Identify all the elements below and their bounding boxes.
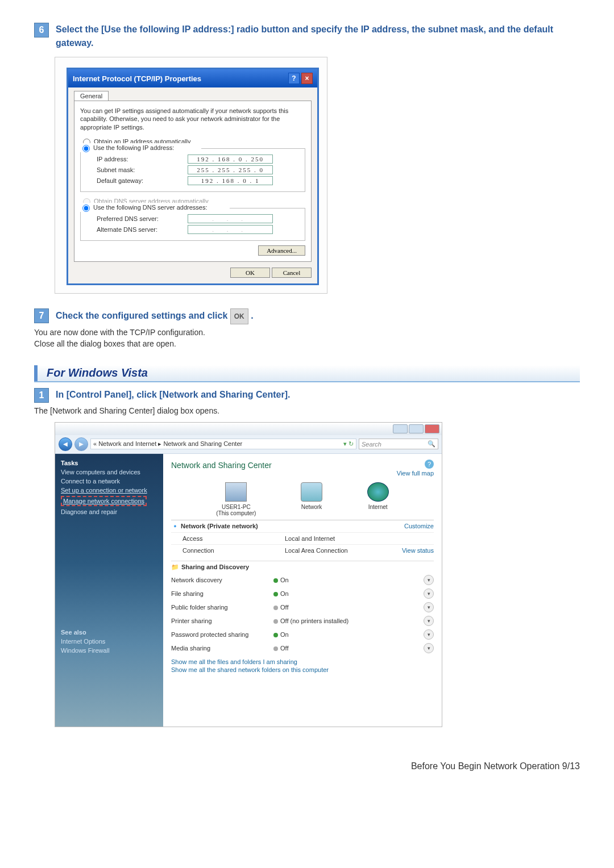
tasks-title: Tasks (61, 460, 157, 466)
network-name-label: 🔹 Network (Private network) (171, 523, 273, 530)
row-ps-label: Printer sharing (171, 617, 273, 624)
chevron-down-icon[interactable]: ▾ (424, 643, 434, 653)
chevron-down-icon[interactable]: ▾ (424, 575, 434, 585)
alt-dns-label: Alternate DNS server: (97, 226, 188, 233)
vista-main-panel: Network and Sharing Center ? View full m… (163, 454, 442, 727)
row-nd-label: Network discovery (171, 577, 273, 583)
status-dot-on-icon (273, 633, 278, 637)
step-6-text: Select the [Use the following IP address… (56, 23, 580, 50)
task-connect[interactable]: Connect to a network (61, 478, 157, 485)
row-pf-label: Public folder sharing (171, 604, 273, 611)
task-setup[interactable]: Set up a connection or network (61, 487, 157, 494)
view-status-link[interactable]: View status (402, 547, 434, 554)
back-icon[interactable]: ◄ (59, 437, 72, 451)
radio-use-dns-input[interactable] (82, 205, 90, 212)
radio-use-dns-label: Use the following DNS server addresses: (93, 204, 208, 211)
alt-dns-value[interactable]: . . . (188, 225, 273, 234)
network-label: Network (301, 504, 322, 510)
radio-use-ip-input[interactable] (82, 145, 90, 152)
status-dot-off-icon (273, 646, 278, 651)
advanced-button[interactable]: Advanced... (258, 245, 305, 256)
gateway-value[interactable]: 192 . 168 . 0 . 1 (188, 176, 273, 185)
row-ms-label: Media sharing (171, 645, 273, 652)
internet-icon-col: Internet (367, 482, 389, 516)
task-view-computers[interactable]: View computers and devices (61, 469, 157, 475)
step-number-6: 6 (34, 23, 49, 37)
ok-button[interactable]: OK (230, 268, 270, 278)
status-dot-off-icon (273, 619, 278, 624)
step-number-1: 1 (34, 388, 49, 403)
bottom-link-2[interactable]: Show me all the shared network folders o… (171, 666, 434, 673)
bottom-link-1[interactable]: Show me all the files and folders I am s… (171, 658, 434, 665)
breadcrumb-text: « Network and Internet ▸ Network and Sha… (93, 440, 242, 448)
mask-label: Subnet mask: (97, 166, 188, 173)
row-pf-value: Off (280, 604, 288, 611)
cancel-button[interactable]: Cancel (272, 268, 312, 278)
network-name-text: Network (Private network) (181, 523, 258, 529)
pref-dns-value[interactable]: . . . (188, 214, 273, 223)
ok-inline-icon: OK (230, 308, 248, 324)
highlight-box: Manage network connections (61, 496, 147, 506)
forward-icon[interactable]: ► (74, 437, 88, 451)
step-1-heading: 1 In [Control Panel], click [Network and… (34, 388, 580, 403)
tab-general[interactable]: General (74, 91, 109, 101)
row-nd-value: On (280, 577, 289, 583)
step-6-heading: 6 Select the [Use the following IP addre… (34, 23, 580, 50)
dialog-title: Internet Protocol (TCP/IP) Properties (73, 74, 201, 83)
seealso-title: See also (61, 629, 157, 636)
status-dot-on-icon (273, 578, 278, 583)
chevron-down-icon[interactable]: ▾ (424, 616, 434, 626)
main-title: Network and Sharing Center (171, 461, 272, 470)
connection-label: Connection (171, 547, 285, 554)
access-value: Local and Internet (285, 535, 434, 542)
chevron-down-icon[interactable]: ▾ (424, 602, 434, 612)
task-diagnose[interactable]: Diagnose and repair (61, 508, 157, 515)
vista-toolbar: ◄ ► « Network and Internet ▸ Network and… (55, 435, 442, 454)
chevron-down-icon[interactable]: ▾ (424, 589, 434, 599)
search-input[interactable]: Search 🔍 (359, 439, 438, 449)
seealso-io[interactable]: Internet Options (61, 638, 157, 645)
pref-dns-label: Preferred DNS server: (97, 215, 188, 222)
sharing-header: 📁 Sharing and Discovery (171, 561, 434, 573)
ip-label: IP address: (97, 156, 188, 162)
after-step1-line: The [Network and Sharing Center] dialog … (34, 406, 580, 415)
minimize-icon[interactable] (393, 424, 408, 433)
close-icon[interactable]: × (301, 73, 313, 84)
network-icon (301, 482, 322, 502)
radio-use-dns[interactable]: Use the following DNS server addresses: (77, 203, 230, 212)
help-icon[interactable]: ? (288, 73, 300, 84)
dns-group: Use the following DNS server addresses: … (80, 208, 305, 241)
row-pw-label: Password protected sharing (171, 631, 273, 638)
row-ms-value: Off (280, 645, 288, 652)
row-pw-value: On (280, 631, 289, 638)
radio-use-ip[interactable]: Use the following IP address: (77, 143, 201, 152)
section-heading-vista: For Windows Vista (34, 365, 580, 382)
tasks-sidebar: Tasks View computers and devices Connect… (55, 454, 163, 727)
view-full-map-link[interactable]: View full map (171, 470, 434, 477)
step-7-text-before: Check the configured settings and click (56, 311, 230, 320)
access-label: Access (171, 535, 285, 542)
task-manage[interactable]: Manage network connections (63, 498, 144, 504)
row-ps-value: Off (no printers installed) (280, 617, 349, 624)
network-icon-col: Network (301, 482, 322, 516)
step-1-text: In [Control Panel], click [Network and S… (56, 388, 291, 402)
maximize-icon[interactable] (409, 424, 424, 433)
search-icon: 🔍 (428, 440, 435, 448)
breadcrumb[interactable]: « Network and Internet ▸ Network and Sha… (90, 439, 356, 449)
ip-group: Use the following IP address: IP address… (80, 148, 305, 192)
ip-value[interactable]: 192 . 168 . 0 . 250 (188, 155, 273, 164)
globe-icon (367, 482, 389, 502)
chevron-down-icon[interactable]: ▾ (424, 629, 434, 640)
help-round-icon[interactable]: ? (425, 460, 434, 469)
internet-label: Internet (367, 504, 389, 510)
mask-value[interactable]: 255 . 255 . 255 . 0 (188, 165, 273, 174)
step-number-7: 7 (34, 308, 49, 323)
heading-title: For Windows Vista (47, 365, 148, 381)
close-window-icon[interactable] (425, 424, 439, 433)
window-titlebar (55, 423, 442, 435)
seealso-wf[interactable]: Windows Firewall (61, 647, 157, 654)
dialog-titlebar: Internet Protocol (TCP/IP) Properties ? … (68, 69, 317, 87)
step-7-heading: 7 Check the configured settings and clic… (34, 308, 580, 324)
after-step7-line1: You are now done with the TCP/IP configu… (34, 328, 580, 337)
customize-link[interactable]: Customize (404, 523, 434, 530)
